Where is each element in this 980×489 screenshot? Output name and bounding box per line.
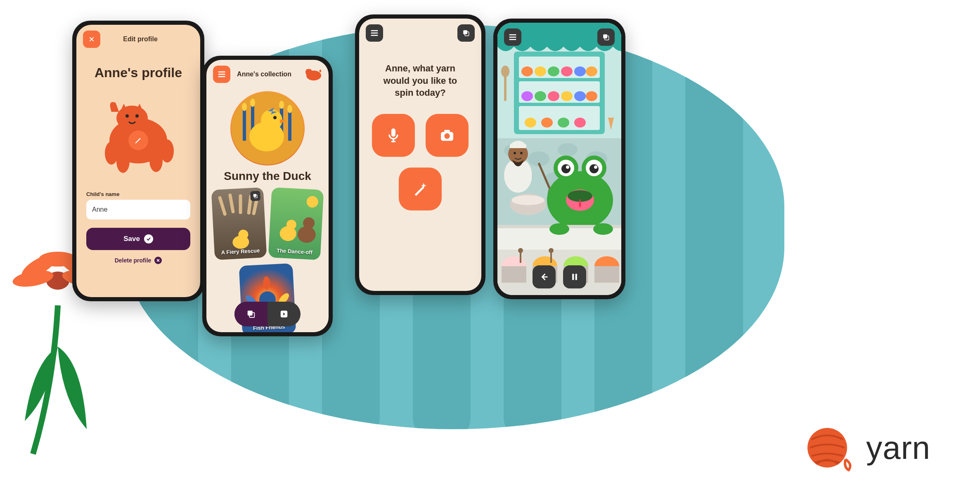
svg-point-71 [574,91,586,101]
library-button[interactable] [597,28,615,46]
svg-point-75 [558,118,569,128]
svg-point-73 [525,118,536,128]
forward-icon [279,309,289,319]
layers-icon [250,191,260,201]
hamburger-icon [218,71,226,78]
svg-point-107 [593,223,613,235]
edit-avatar-button[interactable] [128,130,148,150]
pause-icon [570,272,579,281]
svg-point-12 [125,114,129,118]
hamburger-icon [509,34,517,40]
svg-point-53 [444,133,450,139]
brand-logo: yarn [804,423,930,472]
svg-rect-54 [444,130,450,133]
delete-profile-button[interactable]: Delete profile [86,257,190,264]
svg-point-62 [535,66,546,76]
bottom-nav [234,302,301,326]
phone-profile: Edit profile Anne's profile [72,21,204,301]
svg-point-100 [566,165,569,169]
save-button[interactable]: Save [86,228,190,250]
svg-point-98 [561,164,570,173]
svg-point-35 [297,226,316,243]
svg-point-65 [574,66,586,76]
camera-icon [439,127,455,144]
svg-point-61 [521,66,533,76]
svg-point-72 [586,91,597,101]
svg-point-22 [250,99,255,107]
hamburger-icon [370,30,379,36]
microphone-icon [385,127,402,144]
svg-rect-124 [575,274,577,280]
story-card[interactable]: A Fiery Rescue [211,187,267,260]
back-button[interactable] [533,265,556,288]
library-button[interactable] [457,24,475,42]
prompt-heading: Anne, what yarn would you like to spin t… [359,47,481,99]
svg-point-64 [561,66,573,76]
phone-collection: Anne's collection [202,56,333,336]
nav-library-button[interactable] [234,302,267,326]
close-circle-icon [154,257,162,264]
magic-input-button[interactable] [399,168,442,210]
svg-point-13 [135,114,139,118]
name-label: Child's name [86,191,190,197]
child-name-input[interactable] [86,200,190,220]
svg-point-8 [105,142,118,165]
character-hero-image[interactable] [230,91,305,165]
story-card[interactable]: The Dance-off [268,187,324,260]
svg-rect-49 [463,30,467,34]
svg-point-23 [279,101,284,109]
menu-button[interactable] [213,66,230,83]
svg-point-11 [161,139,174,163]
svg-rect-120 [550,250,552,263]
svg-point-82 [558,143,578,156]
svg-point-27 [273,116,277,119]
svg-rect-46 [248,311,253,316]
svg-rect-116 [594,266,619,283]
svg-rect-17 [243,108,246,141]
svg-point-26 [261,109,282,131]
profile-cat-icon[interactable] [303,66,322,82]
svg-point-92 [511,195,544,205]
camera-input-button[interactable] [426,114,469,157]
phone-prompt: Anne, what yarn would you like to spin t… [355,14,485,295]
svg-point-68 [535,91,546,101]
svg-point-21 [242,103,247,111]
menu-button[interactable] [504,28,521,46]
svg-rect-118 [520,250,521,263]
phone-story-player [493,19,625,299]
svg-point-101 [594,165,597,169]
menu-button[interactable] [366,24,383,42]
svg-point-90 [520,152,523,154]
layers-icon [462,29,470,37]
character-name: Sunny the Duck [206,170,329,183]
svg-point-7 [116,106,148,130]
svg-point-106 [549,223,569,235]
magic-wand-icon [412,181,428,197]
svg-point-67 [521,91,533,101]
voice-input-button[interactable] [372,114,415,157]
svg-point-66 [586,66,597,76]
svg-point-89 [514,152,516,154]
svg-point-99 [589,164,599,173]
svg-point-69 [548,91,559,101]
svg-rect-121 [603,34,607,38]
svg-point-125 [807,428,847,468]
layers-icon [246,309,256,319]
nav-continue-button[interactable] [267,302,301,326]
svg-rect-110 [502,266,526,283]
profile-heading: Anne's profile [76,65,200,80]
svg-point-42 [263,276,270,290]
svg-rect-20 [288,110,291,141]
svg-point-74 [541,118,553,128]
svg-point-78 [501,66,509,77]
svg-rect-51 [391,128,395,137]
layers-icon [602,33,610,41]
save-label: Save [123,235,140,243]
yarn-ball-icon [804,423,854,472]
svg-rect-123 [572,274,574,280]
svg-point-63 [548,66,559,76]
pause-button[interactable] [563,265,586,288]
story-illustration [497,23,621,295]
collection-title: Anne's collection [230,71,299,78]
svg-point-32 [306,196,318,208]
